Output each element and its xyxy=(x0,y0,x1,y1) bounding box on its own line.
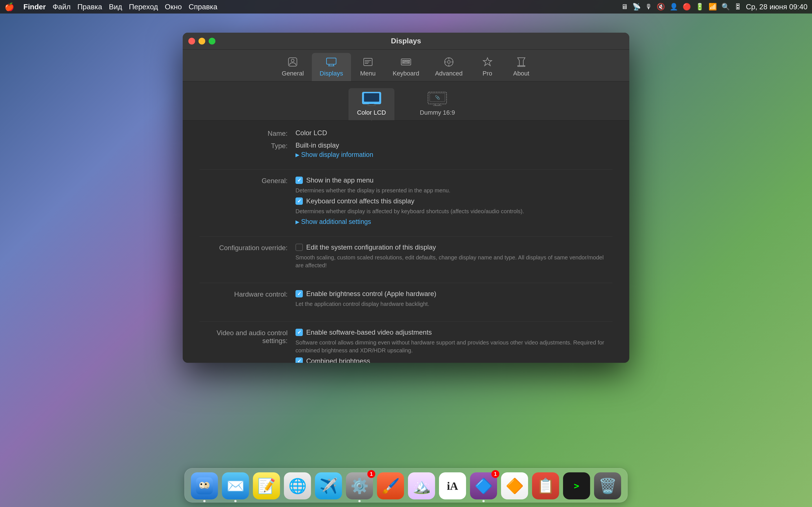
sysprefs-badge: 1 xyxy=(367,470,375,478)
controlcenter-icon[interactable]: 🎛 xyxy=(734,3,741,11)
menu-icon xyxy=(362,56,374,68)
svg-rect-17 xyxy=(404,62,408,63)
enable-brightness-checkbox[interactable] xyxy=(296,290,303,297)
pixelmator-icon: 🖌️ xyxy=(377,472,404,499)
svg-text:📎: 📎 xyxy=(435,95,440,100)
video-audio-label: Video and audio control settings: xyxy=(200,328,296,345)
keyboard-control-row: Keyboard control affects this display xyxy=(296,197,612,205)
general-label: General: xyxy=(200,176,296,185)
dock-terminal[interactable]: > xyxy=(562,472,591,500)
tab-advanced-label: Advanced xyxy=(435,70,463,77)
tab-displays[interactable]: Displays xyxy=(312,53,351,81)
dummy-169-label: Dummy 16:9 xyxy=(420,109,455,116)
type-content: Built-in display ▶ Show display informat… xyxy=(296,142,612,159)
menubar-view[interactable]: Вид xyxy=(109,3,122,11)
minimize-button[interactable] xyxy=(199,38,205,45)
tab-keyboard[interactable]: Keyboard xyxy=(385,53,427,81)
svg-point-1 xyxy=(291,59,294,62)
tab-pro-label: Pro xyxy=(483,70,492,77)
dock: ✉️ 📝 🌐 ✈️ ⚙️ 1 🖌️ 🏔️ iA 🔷 1 xyxy=(185,468,627,503)
tab-advanced[interactable]: Advanced xyxy=(427,53,470,81)
enable-brightness-row: Enable brightness control (Apple hardwar… xyxy=(296,290,612,298)
svg-rect-11 xyxy=(402,60,403,61)
edit-system-config-checkbox[interactable] xyxy=(296,244,303,251)
screen-icon: 🖥 xyxy=(621,3,628,11)
menubar-right: 🖥 📡 🎙 🔇 👤 🔴 🔋 📶 🔍 🎛 Ср, 28 июня 09:40 xyxy=(621,3,808,11)
dock-sysprefs[interactable]: ⚙️ 1 xyxy=(345,472,373,500)
show-additional-settings-link[interactable]: ▶ Show additional settings xyxy=(296,218,612,226)
finder-active-dot xyxy=(203,500,206,502)
show-in-app-menu-checkbox[interactable] xyxy=(296,177,303,184)
config-override-row: Configuration override: Edit the system … xyxy=(200,243,612,272)
window-title: Displays xyxy=(391,37,421,45)
wifi-icon: 📶 xyxy=(709,3,717,11)
tab-about-label: About xyxy=(513,70,529,77)
menubar-edit[interactable]: Правка xyxy=(77,3,102,11)
dock-magnet[interactable]: 🔷 1 xyxy=(469,472,498,500)
search-icon[interactable]: 🔍 xyxy=(721,3,730,11)
general-section: General: Show in the app menu Determines… xyxy=(200,176,612,237)
menubar-go[interactable]: Переход xyxy=(129,3,158,11)
combined-brightness-row: Combined brightness xyxy=(296,357,612,363)
menubar-file[interactable]: Файл xyxy=(52,3,70,11)
hardware-control-label: Hardware control: xyxy=(200,290,296,298)
tab-displays-label: Displays xyxy=(320,70,343,77)
enable-software-video-label: Enable software-based video adjustments xyxy=(306,328,432,336)
display-selector: Color LCD 📎 Dummy 16:9 xyxy=(183,81,629,121)
menubar-window[interactable]: Окно xyxy=(165,3,182,11)
tab-menu[interactable]: Menu xyxy=(351,53,385,81)
dock-trash[interactable]: 🗑️ xyxy=(594,472,622,500)
tab-menu-label: Menu xyxy=(360,70,375,77)
edit-system-config-desc: Smooth scaling, custom scaled resolution… xyxy=(296,253,612,269)
trash-icon: 🗑️ xyxy=(594,472,621,499)
display-color-lcd[interactable]: Color LCD xyxy=(349,88,395,120)
combined-brightness-label: Combined brightness xyxy=(306,357,370,363)
apple-menu[interactable]: 🍎 xyxy=(4,2,14,11)
disclosure-arrow-icon: ▶ xyxy=(296,152,299,158)
dock-ia[interactable]: iA xyxy=(439,472,467,500)
dock-photos[interactable]: 🏔️ xyxy=(407,472,436,500)
display-dummy-169[interactable]: 📎 Dummy 16:9 xyxy=(411,88,463,120)
video-audio-content: Enable software-based video adjustments … xyxy=(296,328,612,363)
dock-logo[interactable]: 🔶 xyxy=(500,472,529,500)
dock-notes[interactable]: 📝 xyxy=(252,472,281,500)
tab-about[interactable]: About xyxy=(504,53,538,81)
desktop: Displays General xyxy=(0,13,812,507)
sysprefs-active-dot xyxy=(358,500,361,502)
name-value: Color LCD xyxy=(296,129,612,137)
dock-mail[interactable]: ✉️ xyxy=(221,472,250,500)
enable-software-video-desc: Software control allows dimming even wit… xyxy=(296,339,612,354)
dock-chrome[interactable]: 🌐 xyxy=(283,472,312,500)
video-audio-section: Video and audio control settings: Enable… xyxy=(200,328,612,363)
svg-point-35 xyxy=(204,482,209,489)
svg-point-20 xyxy=(448,61,450,63)
ia-icon: iA xyxy=(439,472,466,499)
keyboard-control-checkbox[interactable] xyxy=(296,198,303,205)
menubar: 🍎 Finder Файл Правка Вид Переход Окно Сп… xyxy=(0,0,812,13)
menubar-finder[interactable]: Finder xyxy=(23,3,46,11)
show-display-info-link[interactable]: ▶ Show display information xyxy=(296,151,612,159)
show-in-app-menu-label: Show in the app menu xyxy=(306,176,373,184)
svg-rect-16 xyxy=(402,62,403,63)
menubar-help[interactable]: Справка xyxy=(189,3,217,11)
mail-icon: ✉️ xyxy=(222,472,249,499)
tab-general-label: General xyxy=(282,70,304,77)
svg-point-36 xyxy=(200,483,202,485)
tab-pro[interactable]: Pro xyxy=(470,53,504,81)
dummy-169-icon: 📎 xyxy=(427,92,447,106)
combined-brightness-checkbox[interactable] xyxy=(296,357,303,363)
enable-brightness-desc: Let the application control display hard… xyxy=(296,300,612,308)
dock-focusplan[interactable]: 📋 xyxy=(531,472,560,500)
dock-finder[interactable] xyxy=(190,472,218,500)
tab-general[interactable]: General xyxy=(274,53,312,81)
close-button[interactable] xyxy=(188,38,195,45)
name-row: Name: Color LCD xyxy=(200,129,612,137)
about-icon xyxy=(515,56,527,68)
enable-software-video-checkbox[interactable] xyxy=(296,329,303,336)
maximize-button[interactable] xyxy=(209,38,215,45)
airdrop-icon: 📡 xyxy=(632,3,641,11)
terminal-icon: > xyxy=(563,472,590,499)
dock-pixelmator[interactable]: 🖌️ xyxy=(376,472,405,500)
main-content: Name: Color LCD Type: Built-in display ▶… xyxy=(183,121,629,363)
dock-telegram[interactable]: ✈️ xyxy=(314,472,343,500)
